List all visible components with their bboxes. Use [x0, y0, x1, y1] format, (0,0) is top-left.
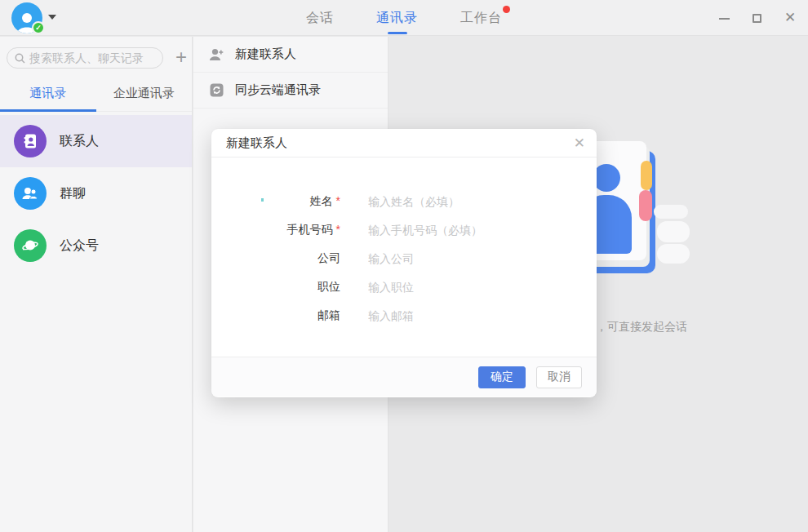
- notification-dot: [503, 6, 510, 13]
- action-label: 同步云端通讯录: [235, 82, 321, 98]
- new-contact-action[interactable]: 新建联系人: [193, 37, 388, 73]
- official-account-icon: [14, 229, 47, 262]
- group-chat-icon: [14, 177, 47, 210]
- sync-icon: [208, 82, 224, 99]
- minimize-icon: [719, 18, 730, 20]
- sidebar-tab-enterprise-contacts[interactable]: 企业通讯录: [96, 81, 193, 111]
- phone-input[interactable]: [368, 224, 572, 237]
- email-input[interactable]: [368, 309, 572, 322]
- sidebar-item-group-chats[interactable]: 群聊: [0, 167, 192, 219]
- close-button[interactable]: ✕: [784, 11, 797, 24]
- required-mark: *: [336, 194, 340, 207]
- search-box[interactable]: [7, 47, 163, 69]
- maximize-icon: [753, 14, 761, 23]
- search-row: +: [0, 37, 192, 69]
- cancel-button[interactable]: 取消: [536, 366, 582, 388]
- illustration-yellow-tab: [641, 161, 652, 190]
- confirm-button[interactable]: 确定: [478, 366, 526, 388]
- form-row-email: 邮箱: [211, 301, 597, 330]
- company-input[interactable]: [368, 252, 572, 265]
- required-mark: *: [336, 223, 340, 236]
- modal-close-icon[interactable]: ✕: [574, 136, 585, 150]
- sidebar-list: 联系人 群聊: [0, 115, 192, 272]
- field-label: 手机号码: [287, 223, 333, 236]
- modal-title: 新建联系人: [226, 135, 287, 151]
- form-row-title: 职位: [211, 273, 597, 301]
- minimize-button[interactable]: [718, 11, 731, 24]
- form-row-company: 公司: [211, 244, 597, 273]
- sidebar-tab-contacts[interactable]: 通讯录: [0, 81, 96, 111]
- contact-book-illustration: [575, 141, 722, 304]
- modal-header: 新建联系人 ✕: [211, 129, 597, 157]
- modal-body: 姓名* 手机号码* 公司 职位 邮箱: [211, 157, 597, 357]
- sidebar-item-label: 群聊: [60, 185, 86, 202]
- form-row-name: 姓名*: [211, 187, 597, 215]
- sidebar-item-contacts[interactable]: 联系人: [0, 115, 192, 167]
- titlebar: ✓ 会话 通讯录 工作台 ✕: [0, 0, 808, 36]
- text-cursor-artifact: [261, 198, 264, 202]
- field-label: 公司: [317, 251, 340, 264]
- name-input[interactable]: [368, 195, 572, 208]
- main-nav: 会话 通讯录 工作台: [0, 0, 808, 36]
- sidebar-item-label: 公众号: [60, 237, 99, 255]
- tab-workbench-label: 工作台: [460, 11, 502, 24]
- tab-contacts[interactable]: 通讯录: [376, 10, 418, 27]
- app-window: ✓ 会话 通讯录 工作台 ✕ +: [0, 0, 808, 532]
- field-label: 姓名: [310, 194, 333, 207]
- modal-footer: 确定 取消: [211, 357, 597, 397]
- window-controls: ✕: [718, 0, 797, 36]
- sidebar-item-label: 联系人: [60, 133, 99, 150]
- sync-cloud-contacts-action[interactable]: 同步云端通讯录: [193, 73, 388, 109]
- close-icon: ✕: [784, 11, 797, 24]
- sidebar: + 通讯录 企业通讯录 联系人: [0, 37, 193, 532]
- add-contact-icon: [208, 47, 224, 63]
- sidebar-item-official-accounts[interactable]: 公众号: [0, 219, 192, 272]
- form-row-phone: 手机号码*: [211, 215, 597, 244]
- action-label: 新建联系人: [235, 47, 296, 62]
- illustration-pink-tab: [639, 190, 652, 221]
- tab-workbench[interactable]: 工作台: [460, 10, 502, 27]
- field-label: 邮箱: [317, 308, 340, 321]
- contact-book-icon: [14, 125, 47, 157]
- job-title-input[interactable]: [368, 281, 572, 294]
- add-button[interactable]: +: [172, 47, 190, 69]
- maximize-button[interactable]: [751, 11, 764, 24]
- main-caption: ，可直接发起会话: [596, 320, 687, 335]
- search-icon: [15, 53, 25, 64]
- tab-sessions[interactable]: 会话: [306, 10, 334, 27]
- search-input[interactable]: [29, 51, 160, 64]
- illustration-person-icon: [593, 164, 620, 192]
- active-tab-underline: [0, 109, 96, 112]
- new-contact-modal: 新建联系人 ✕ 姓名* 手机号码* 公司 职位 邮箱: [211, 129, 597, 397]
- sidebar-tabbar: 通讯录 企业通讯录: [0, 81, 192, 112]
- field-label: 职位: [317, 280, 340, 293]
